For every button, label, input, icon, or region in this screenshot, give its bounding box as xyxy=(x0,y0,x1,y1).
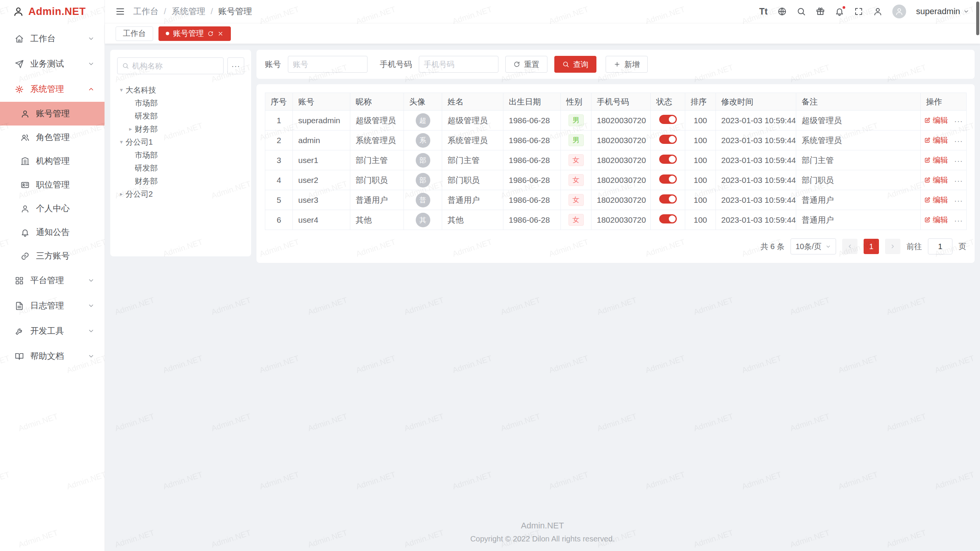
edit-button[interactable]: 编辑 xyxy=(924,175,948,185)
sidebar-item-help-docs[interactable]: 帮助文档 xyxy=(0,344,105,369)
gift-icon[interactable] xyxy=(816,7,825,16)
notification-bell[interactable] xyxy=(835,7,844,16)
gender-badge: 女 xyxy=(568,194,584,206)
search-icon[interactable] xyxy=(797,7,806,16)
sidebar-item-org-management[interactable]: 机构管理 xyxy=(0,149,105,173)
sidebar-item-system-management[interactable]: 系统管理 xyxy=(0,77,105,102)
page-content: ··· ▾大名科技 市场部 研发部 ▸财务部 ▾分公司1 市场部 研发部 财务部… xyxy=(105,44,980,551)
tab-account-management[interactable]: 账号管理 xyxy=(158,26,231,41)
more-actions-button[interactable]: ··· xyxy=(954,196,963,205)
chevron-down-icon xyxy=(88,35,95,42)
tree-node[interactable]: 市场部 xyxy=(117,96,244,109)
font-size-icon[interactable]: Tt xyxy=(759,7,768,17)
caret-down-icon[interactable]: ▾ xyxy=(117,86,126,93)
scrollbar-thumb[interactable] xyxy=(976,2,979,35)
avatar[interactable] xyxy=(892,5,906,18)
page-size-select[interactable]: 10条/页 xyxy=(791,238,836,254)
toggle-knob xyxy=(669,136,676,143)
menu-icon[interactable] xyxy=(116,7,125,16)
sidebar-item-personal-center[interactable]: 个人中心 xyxy=(0,197,105,220)
page-number-1[interactable]: 1 xyxy=(864,239,879,254)
document-icon xyxy=(15,302,24,310)
status-toggle[interactable] xyxy=(659,194,677,204)
caret-right-icon[interactable]: ▸ xyxy=(117,191,126,197)
more-actions-button[interactable]: ··· xyxy=(954,117,963,125)
col-header: 操作 xyxy=(921,93,967,111)
tree-node[interactable]: ▸财务部 xyxy=(117,122,244,135)
sidebar-item-business-test[interactable]: 业务测试 xyxy=(0,51,105,77)
sidebar-item-workbench[interactable]: 工作台 xyxy=(0,26,105,51)
user-menu[interactable]: superadmin xyxy=(916,7,969,16)
tree-node[interactable]: 市场部 xyxy=(117,148,244,161)
table-row: 6 user4 其他 其 其他 1986-06-28 女 18020030720 xyxy=(265,210,967,230)
sidebar-item-notice[interactable]: 通知公告 xyxy=(0,220,105,244)
breadcrumb-item-workbench[interactable]: 工作台 xyxy=(133,6,158,17)
breadcrumb-item-system[interactable]: 系统管理 xyxy=(172,6,205,17)
goto-page-input[interactable] xyxy=(928,238,952,254)
goto-label: 前往 xyxy=(906,241,922,252)
edit-icon xyxy=(924,137,931,143)
tab-workbench[interactable]: 工作台 xyxy=(116,26,153,41)
tree-node[interactable]: 研发部 xyxy=(117,109,244,122)
status-toggle[interactable] xyxy=(659,214,677,223)
fullscreen-icon[interactable] xyxy=(854,7,863,16)
edit-button[interactable]: 编辑 xyxy=(924,115,948,126)
sidebar-item-role-management[interactable]: 角色管理 xyxy=(0,126,105,149)
sidebar-item-thirdparty-account[interactable]: 三方账号 xyxy=(0,244,105,268)
tree-node[interactable]: ▾大名科技 xyxy=(117,83,244,96)
avatar: 普 xyxy=(416,193,430,207)
status-toggle[interactable] xyxy=(659,135,677,144)
close-icon[interactable] xyxy=(217,31,224,37)
prev-page-button[interactable] xyxy=(842,239,858,254)
edit-button[interactable]: 编辑 xyxy=(924,135,948,145)
plus-icon xyxy=(614,61,621,68)
phone-field xyxy=(419,56,498,73)
gender-badge: 女 xyxy=(568,174,584,186)
status-toggle[interactable] xyxy=(659,115,677,124)
reset-button[interactable]: 重置 xyxy=(505,56,547,73)
avatar: 超 xyxy=(416,113,430,128)
edit-button[interactable]: 编辑 xyxy=(924,155,948,165)
sidebar-item-account-management[interactable]: 账号管理 xyxy=(0,102,105,126)
org-more-button[interactable]: ··· xyxy=(227,57,244,74)
col-header: 姓名 xyxy=(442,93,503,111)
pagination: 共 6 条 10条/页 1 前往 页 xyxy=(265,238,966,254)
user-icon xyxy=(21,109,29,118)
search-button[interactable]: 查询 xyxy=(554,56,596,73)
more-actions-button[interactable]: ··· xyxy=(954,137,963,145)
more-actions-button[interactable]: ··· xyxy=(954,156,963,165)
edit-button[interactable]: 编辑 xyxy=(924,195,948,205)
sidebar-item-platform-management[interactable]: 平台管理 xyxy=(0,268,105,293)
next-page-button[interactable] xyxy=(885,239,900,254)
chevron-down-icon xyxy=(88,60,95,67)
notification-badge xyxy=(842,5,846,10)
sidebar-item-dev-tools[interactable]: 开发工具 xyxy=(0,318,105,344)
grid-icon xyxy=(15,276,24,285)
caret-down-icon[interactable]: ▾ xyxy=(117,139,126,145)
org-search-input[interactable] xyxy=(132,62,219,70)
edit-button[interactable]: 编辑 xyxy=(924,215,948,225)
gender-badge: 男 xyxy=(568,114,584,127)
add-button[interactable]: 新增 xyxy=(606,56,648,73)
toggle-knob xyxy=(669,196,676,202)
tree-node[interactable]: ▾分公司1 xyxy=(117,135,244,148)
status-toggle[interactable] xyxy=(659,174,677,184)
bell-icon xyxy=(21,228,29,237)
status-toggle[interactable] xyxy=(659,155,677,164)
search-icon xyxy=(122,62,129,69)
app-logo[interactable]: Admin.NET xyxy=(0,0,105,23)
caret-right-icon[interactable]: ▸ xyxy=(126,126,135,132)
tree-node[interactable]: ▸分公司2 xyxy=(117,187,244,201)
more-actions-button[interactable]: ··· xyxy=(954,176,963,185)
globe-icon[interactable] xyxy=(777,7,787,16)
tree-node[interactable]: 研发部 xyxy=(117,161,244,174)
phone-input[interactable] xyxy=(424,60,493,69)
tree-node[interactable]: 财务部 xyxy=(117,174,244,187)
sidebar-item-post-management[interactable]: 职位管理 xyxy=(0,173,105,197)
refresh-icon[interactable] xyxy=(207,31,214,37)
sidebar-item-log-management[interactable]: 日志管理 xyxy=(0,293,105,318)
account-input[interactable] xyxy=(293,60,363,69)
username: superadmin xyxy=(916,7,960,16)
more-actions-button[interactable]: ··· xyxy=(954,216,963,225)
user-outline-icon[interactable] xyxy=(873,7,882,16)
